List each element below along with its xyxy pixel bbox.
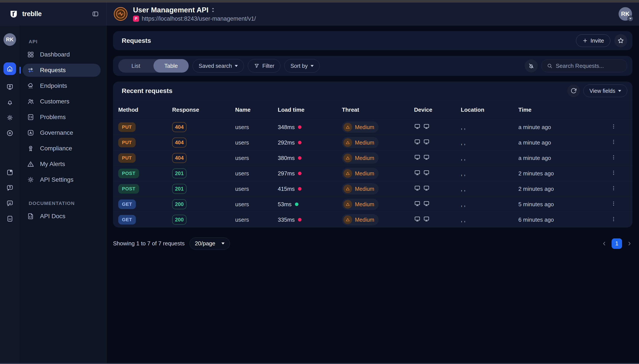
column-header-location: Location — [461, 100, 518, 120]
threat-badge: Medium — [342, 168, 378, 179]
sidebar-item-governance[interactable]: Governance — [22, 126, 101, 139]
saved-search-label: Saved search — [199, 63, 232, 69]
sidebar-item-dashboard[interactable]: Dashboard — [22, 48, 101, 61]
load-time-dot — [298, 218, 302, 222]
view-list-button[interactable]: List — [118, 59, 154, 72]
row-actions-button[interactable] — [610, 154, 616, 160]
api-avatar-icon[interactable] — [114, 7, 128, 21]
requests-arrows-icon — [27, 66, 34, 74]
table-row[interactable]: POST 201 users 415ms Medium , , 2 minute… — [113, 181, 632, 197]
rail-feedback-button[interactable] — [6, 200, 14, 207]
method-badge: PUT — [118, 138, 136, 147]
sidebar-item-label: Requests — [40, 67, 66, 74]
request-name: users — [235, 170, 249, 177]
view-table-button[interactable]: Table — [154, 59, 189, 72]
threat-badge: Medium — [342, 198, 378, 210]
brand-area: treblle — [0, 2, 106, 25]
user-avatar[interactable]: RK — [618, 7, 632, 21]
device-icons — [414, 170, 430, 176]
load-time-value: 415ms — [278, 186, 295, 192]
page-size-select[interactable]: 20/page — [190, 238, 230, 250]
time-cell: a minute ago — [518, 139, 551, 146]
threat-label: Medium — [355, 217, 374, 223]
table-row[interactable]: GET 200 users 335ms Medium , , 6 minutes… — [113, 212, 632, 228]
search-box — [541, 59, 627, 72]
filter-button[interactable]: Filter — [248, 59, 280, 72]
column-header-load-time: Load time — [278, 100, 342, 120]
sidebar-item-requests[interactable]: Requests — [22, 64, 101, 77]
invite-button[interactable]: Invite — [576, 34, 610, 47]
sidebar-item-my-alerts[interactable]: My Alerts — [22, 158, 101, 170]
current-page-button[interactable]: 1 — [612, 238, 622, 249]
panel-toggle-icon — [92, 10, 99, 18]
sidebar-item-label: Problems — [40, 114, 66, 120]
row-actions-button[interactable] — [610, 124, 616, 130]
sidebar-item-label: API Settings — [40, 176, 74, 183]
kebab-menu-icon — [610, 170, 616, 176]
sidebar-item-label: Endpoints — [40, 82, 67, 89]
sidebar-item-problems[interactable]: Problems — [22, 110, 101, 124]
rail-notifications-button[interactable] — [6, 99, 14, 106]
view-fields-dropdown[interactable]: View fields — [583, 84, 627, 97]
sidebar-item-api-docs[interactable]: API Docs — [22, 210, 101, 223]
load-time-dot — [298, 141, 302, 144]
os-titlebar-strip — [0, 0, 639, 2]
sidebar-item-endpoints[interactable]: Endpoints — [22, 79, 101, 92]
favorite-button[interactable] — [614, 34, 627, 47]
status-badge: 404 — [172, 122, 186, 132]
sidebar-collapse-button[interactable] — [92, 10, 99, 18]
rail-home-button[interactable] — [4, 62, 16, 75]
table-row[interactable]: GET 200 users 53ms Medium , , 5 minutes … — [113, 197, 632, 212]
mute-notifications-button[interactable] — [525, 59, 538, 72]
prev-page-button[interactable] — [601, 240, 607, 247]
device-icons — [414, 216, 430, 222]
sort-by-dropdown[interactable]: Sort by — [284, 59, 320, 72]
status-badge: 201 — [172, 168, 186, 178]
api-title: User Management API — [133, 6, 208, 14]
row-actions-button[interactable] — [610, 170, 616, 176]
row-actions-button[interactable] — [610, 200, 616, 207]
load-time-value: 335ms — [278, 216, 295, 223]
rail-user-avatar[interactable]: RK — [4, 33, 16, 46]
sidebar-item-api-settings[interactable]: API Settings — [22, 173, 101, 186]
row-actions-button[interactable] — [610, 139, 616, 145]
warning-triangle-icon — [344, 169, 352, 178]
saved-search-dropdown[interactable]: Saved search — [192, 59, 244, 72]
api-switcher-icon[interactable] — [210, 7, 216, 13]
sidebar-item-label: My Alerts — [40, 160, 65, 168]
filter-funnel-icon — [254, 63, 260, 69]
refresh-button[interactable] — [567, 84, 580, 97]
next-page-button[interactable] — [626, 240, 632, 247]
device-icons — [414, 185, 430, 192]
rail-settings-button[interactable] — [6, 114, 14, 121]
column-header-name: Name — [235, 100, 278, 120]
request-name: users — [235, 124, 249, 130]
load-time-dot — [298, 126, 302, 129]
rail-changelog-button[interactable] — [6, 169, 14, 176]
table-row[interactable]: PUT 404 users 380ms Medium , , a minute … — [113, 150, 632, 166]
endpoints-cloud-icon — [27, 82, 34, 90]
workspace-rail: RK — [0, 26, 20, 363]
requests-toolbar: List Table Saved search Filter Sort by — [113, 56, 632, 76]
row-actions-button[interactable] — [610, 216, 616, 222]
threat-label: Medium — [355, 124, 374, 130]
table-row[interactable]: PUT 404 users 348ms Medium , , a minute … — [113, 120, 632, 135]
monitor-icon — [414, 139, 420, 145]
screen-cast-icon — [6, 83, 14, 90]
row-actions-button[interactable] — [610, 185, 616, 191]
compliance-ribbon-icon — [27, 145, 34, 152]
table-row[interactable]: POST 201 users 297ms Medium , , 2 minute… — [113, 166, 632, 181]
rail-add-button[interactable] — [6, 130, 14, 137]
sidebar-item-customers[interactable]: Customers — [22, 95, 101, 108]
rail-integrations-button[interactable] — [6, 215, 14, 222]
treblle-logo[interactable]: treblle — [9, 9, 42, 19]
rail-observability-button[interactable] — [6, 83, 14, 90]
sidebar-item-compliance[interactable]: Compliance — [22, 142, 101, 155]
invite-label: Invite — [590, 38, 604, 44]
table-row[interactable]: PUT 404 users 292ms Medium , , a minute … — [113, 135, 632, 150]
method-badge: PUT — [118, 122, 136, 132]
device-icons — [414, 154, 430, 160]
rail-help-button[interactable] — [6, 184, 14, 192]
settings-gear-icon — [27, 176, 34, 184]
search-input[interactable] — [556, 62, 622, 69]
